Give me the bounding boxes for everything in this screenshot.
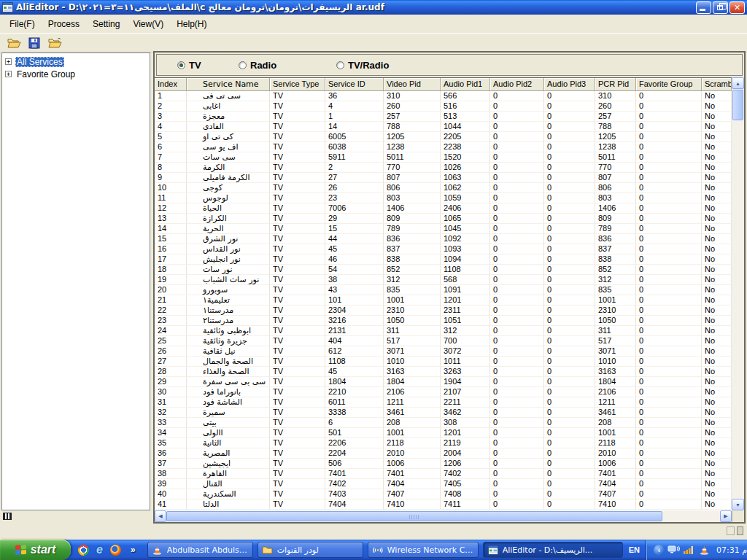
cell: 5911 (325, 152, 384, 163)
table-row[interactable]: 23مدرستنا٢TV3216105010510010500No (155, 316, 732, 326)
quick-launch-overflow-chevron[interactable]: » (131, 545, 136, 555)
table-row[interactable]: 37ايجيشينTV506100612060010060No (155, 459, 732, 469)
table-row[interactable]: 39القنالTV7402740474050074040No (155, 479, 732, 489)
language-indicator[interactable]: EN (623, 545, 646, 554)
table-row[interactable]: 7سى ساتTV5911501115200050110No (155, 152, 732, 163)
cell: 310 (595, 91, 636, 101)
menu-setting[interactable]: Setting (86, 17, 126, 31)
cell: 0 (636, 265, 702, 275)
table-row[interactable]: 26نيل ثقافيةTV612307130720030710No (155, 346, 732, 357)
table-row[interactable]: 18نور ساتTV548521108008520No (155, 265, 732, 275)
cell: 0 (544, 91, 595, 101)
taskbar-task-folder[interactable]: لودر القنوات (258, 542, 363, 558)
table-row[interactable]: 27الصحة والجمالTV1108101010110010100No (155, 357, 732, 367)
signal-bars-icon[interactable] (683, 544, 695, 556)
column-header-video-pid[interactable]: Video Pid (384, 78, 441, 91)
scroll-up-button[interactable]: ▲ (732, 77, 744, 89)
open-file-button[interactable] (6, 36, 22, 50)
table-row[interactable]: 15نور الشرقTV448361092008360No (155, 234, 732, 244)
column-header-service-name[interactable]: Service Name (187, 78, 270, 91)
table-row[interactable]: 9الكرمة فاميلىTV278071063008070No (155, 173, 732, 183)
internet-explorer-icon[interactable]: e (94, 545, 105, 556)
table-row[interactable]: 29سى بى سى سفرةTV1804180419040018040No (155, 377, 732, 387)
horizontal-scrollbar[interactable]: ◀ ▶ (155, 510, 744, 522)
tree-label[interactable]: Favorite Group (15, 69, 77, 79)
firefox-icon[interactable] (110, 545, 121, 556)
table-row[interactable]: 3معجزةTV1257513002570No (155, 112, 732, 122)
network-monitor-icon[interactable] (667, 544, 680, 556)
tray-clock[interactable]: 07:31 م (713, 545, 747, 555)
table-row[interactable]: 13الكرازةTV298091065008090No (155, 214, 732, 224)
cell: TV (270, 408, 325, 418)
table-row[interactable]: 14الحريةTV157891045007890No (155, 224, 732, 234)
table-row[interactable]: 10كوجىTV268061062008060No (155, 183, 732, 193)
table-row[interactable]: 35الثانيةTV2206211821190021180No (155, 438, 732, 448)
taskbar-task-wireless[interactable]: Wireless Network Co... (368, 542, 479, 558)
expand-plus-icon[interactable]: + (5, 58, 12, 65)
table-row[interactable]: 36المصريةTV2204201020040020100No (155, 448, 732, 459)
horizontal-scroll-thumb[interactable] (166, 511, 662, 521)
table-row[interactable]: 33بيتىTV6208308002080No (155, 418, 732, 428)
tree-label[interactable]: All Services (15, 57, 64, 67)
table-row[interactable]: 5كى تى اوTV6005120522050012050No (155, 132, 732, 142)
table-row[interactable]: 17نور انجليشTV468381094008380No (155, 254, 732, 265)
column-header-favorite-group[interactable]: Favorite Group (636, 78, 702, 91)
table-row[interactable]: 34االولىTV501100112010010010No (155, 428, 732, 438)
table-row[interactable]: 8الكرمةTV27701026007700No (155, 163, 732, 173)
table-row[interactable]: 30بانوراما فودTV2210210621070021060No (155, 387, 732, 397)
tree-item-favorite-group[interactable]: + Favorite Group (5, 68, 150, 80)
table-row[interactable]: 1سى تى فىTV36310566003100No (155, 91, 732, 101)
column-header-service-id[interactable]: Service ID (325, 78, 384, 91)
scroll-left-button[interactable]: ◀ (155, 510, 166, 522)
minimize-button[interactable] (696, 1, 711, 14)
column-header-index[interactable]: Index (155, 78, 187, 91)
table-row[interactable]: 4الفادىTV147881044007880No (155, 122, 732, 132)
vertical-scroll-thumb[interactable] (732, 90, 743, 120)
table-row[interactable]: 24ابوظبى وثائقيةTV2131311312003110No (155, 326, 732, 336)
menu-file[interactable]: File(F) (3, 17, 42, 31)
menu-view[interactable]: View(V) (126, 17, 170, 31)
table-row[interactable]: 20سوبوروTV438351091008350No (155, 285, 732, 295)
column-header-service-type[interactable]: Service Type (270, 78, 325, 91)
column-header-audio-pid2[interactable]: Audio Pid2 (490, 78, 544, 91)
hide-icons-chevron[interactable]: ‹ (654, 545, 665, 556)
table-row[interactable]: 38القاهرةTV7401740174020074010No (155, 469, 732, 479)
vlc-cone-icon[interactable] (698, 544, 711, 556)
table-row[interactable]: 2اغابىTV4260516002600No (155, 101, 732, 112)
column-header-audio-pid3[interactable]: Audio Pid3 (544, 78, 595, 91)
column-header-scrambled[interactable]: Scrambled (702, 78, 732, 91)
start-button[interactable]: start (0, 540, 71, 560)
close-button[interactable]: ✕ (729, 1, 745, 14)
save-file-button[interactable] (26, 36, 42, 50)
radio-radio[interactable]: Radio (239, 60, 276, 71)
table-row[interactable]: 6اف يو سىTV6038123822380012380No (155, 142, 732, 152)
table-row[interactable]: 40السكندريةTV7403740774080074070No (155, 489, 732, 499)
table-row[interactable]: 16نور القداسTV458371093008370No (155, 244, 732, 254)
menu-help[interactable]: Help(H) (170, 17, 213, 31)
table-row[interactable]: 32سميرةTV3338346134620034610No (155, 408, 732, 418)
table-row[interactable]: 19نور سات الشبابTV38312568003120No (155, 275, 732, 285)
chrome-icon[interactable] (78, 545, 89, 556)
table-row[interactable]: 31الشاشة فودTV6011121122110012110No (155, 397, 732, 408)
taskbar-task-alieditor[interactable]: AliEditor - D:\الريسيف... (483, 542, 623, 558)
table-row[interactable]: 25جزيرة وثائقيةTV404517700005170No (155, 336, 732, 346)
radio-tv[interactable]: TV (177, 60, 201, 71)
table-row[interactable]: 41الدلتاTV7404741074110074100No (155, 499, 732, 510)
scroll-down-button[interactable]: ▼ (732, 499, 744, 510)
restore-button[interactable] (713, 1, 728, 14)
radio-tv-radio[interactable]: TV/Radio (336, 60, 389, 71)
table-row[interactable]: 12الحياةTV7006140624060014060No (155, 203, 732, 214)
column-header-pcr-pid[interactable]: PCR Pid (595, 78, 636, 91)
taskbar-task-vlc[interactable]: Abdulbasit Abdulsam... (147, 542, 253, 558)
tree-item-all-services[interactable]: + All Services (5, 55, 150, 68)
open-file-2-button[interactable] (47, 36, 63, 50)
table-row[interactable]: 21تعليمية١TV101100112010010010No (155, 295, 732, 306)
vertical-scrollbar[interactable]: ▲ ▼ (732, 77, 744, 510)
table-row[interactable]: 28الصحة والغذاءTV45316332630031630No (155, 367, 732, 377)
expand-plus-icon[interactable]: + (5, 71, 12, 77)
scroll-right-button[interactable]: ▶ (720, 510, 732, 522)
menu-process[interactable]: Process (42, 17, 86, 31)
table-row[interactable]: 11لوجوسTV238031059008030No (155, 193, 732, 203)
table-row[interactable]: 22مدرستنا١TV2304231023110023100No (155, 306, 732, 316)
column-header-audio-pid1[interactable]: Audio Pid1 (441, 78, 490, 91)
